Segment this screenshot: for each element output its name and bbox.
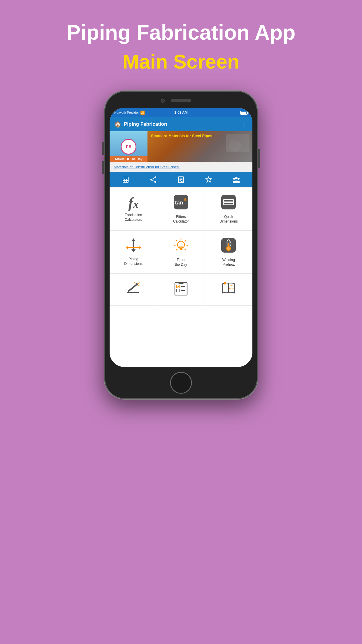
piping-dimensions-icon	[125, 238, 142, 254]
grid-cell-fitters-calculator[interactable]: tan θ FittersCalculator	[157, 187, 205, 230]
phone-camera	[161, 99, 165, 103]
grid-cell-tip-of-day[interactable]: Tip ofthe Day	[157, 230, 205, 274]
status-bar: Network Provider 📶 1:03 AM	[110, 108, 252, 117]
grid-cell-checklist[interactable]	[157, 274, 205, 306]
grid-cell-welding[interactable]	[110, 274, 157, 306]
svg-rect-3	[125, 179, 126, 180]
svg-rect-34	[133, 245, 134, 249]
tab-share[interactable]	[140, 172, 167, 187]
tab-calculator[interactable]	[112, 172, 140, 187]
tab-star[interactable]	[195, 172, 222, 187]
grid-cell-fabrication-calculators[interactable]: fx FabricationCalculators	[110, 187, 157, 230]
welding-preheat-label: WeldingPreheat	[222, 258, 235, 267]
svg-line-39	[185, 240, 186, 242]
fabrication-calculators-icon: fx	[128, 195, 138, 210]
svg-point-22	[233, 181, 235, 183]
quick-dimensions-icon	[220, 194, 237, 212]
tab-bar	[110, 172, 252, 187]
article-link[interactable]: Materials of Construction for Steel Pipe…	[114, 165, 180, 169]
grid-cell-piping-dimensions[interactable]: PipingDimensions	[110, 230, 157, 274]
tip-of-day-label: Tip ofthe Day	[175, 258, 187, 267]
svg-rect-46	[180, 248, 182, 249]
nav-title: Piping Fabrication	[124, 121, 167, 127]
network-provider: Network Provider	[114, 111, 139, 114]
svg-line-57	[129, 285, 136, 291]
grid-cell-reference[interactable]	[205, 274, 252, 306]
svg-line-60	[138, 283, 140, 284]
svg-marker-37	[139, 246, 141, 249]
svg-line-12	[152, 180, 154, 182]
page-subtitle: Main Screen	[66, 50, 295, 73]
grid-cell-quick-dimensions[interactable]: QuickDimensions	[205, 187, 252, 230]
phone-speaker	[171, 99, 191, 102]
quick-dimensions-label: QuickDimensions	[219, 215, 238, 224]
welding-preheat-icon	[220, 237, 237, 255]
svg-rect-5	[123, 181, 124, 182]
piping-dimensions-label: PipingDimensions	[124, 257, 143, 266]
svg-point-52	[227, 247, 230, 250]
svg-point-20	[238, 178, 240, 180]
svg-line-42	[176, 240, 177, 242]
more-icon[interactable]: ⋮	[241, 120, 248, 128]
svg-text:tan: tan	[175, 200, 183, 206]
svg-point-9	[150, 179, 152, 181]
welding-icon	[126, 281, 141, 297]
svg-rect-1	[123, 177, 128, 179]
svg-point-23	[238, 181, 240, 183]
tab-inbox[interactable]	[167, 172, 195, 187]
svg-point-45	[178, 241, 184, 248]
tip-of-day-icon	[173, 237, 189, 255]
svg-point-19	[233, 178, 235, 180]
fitters-calculator-label: FittersCalculator	[173, 215, 189, 224]
page-title-block: Piping Fabrication App Main Screen	[66, 20, 295, 73]
svg-point-10	[154, 181, 156, 183]
phone-shell: Network Provider 📶 1:03 AM 🏠 Piping Fabr…	[104, 90, 258, 400]
svg-rect-47	[180, 249, 182, 250]
fabrication-calculators-label: FabricationCalculators	[125, 213, 142, 222]
home-icon: 🏠	[114, 121, 122, 128]
tab-team[interactable]	[222, 172, 250, 187]
checklist-icon	[173, 281, 189, 297]
reference-icon	[221, 281, 236, 297]
fitters-calculator-icon: tan θ	[173, 194, 189, 212]
svg-line-62	[134, 282, 136, 283]
svg-point-18	[235, 177, 238, 179]
grid-cell-welding-preheat[interactable]: WeldingPreheat	[205, 230, 252, 274]
phone-home-button[interactable]	[170, 372, 192, 394]
svg-marker-17	[206, 177, 211, 182]
svg-line-61	[137, 285, 139, 286]
battery-icon	[240, 111, 248, 115]
svg-rect-13	[178, 177, 184, 183]
svg-line-44	[176, 249, 177, 250]
svg-line-41	[185, 249, 186, 250]
svg-marker-71	[224, 282, 226, 285]
svg-rect-67	[176, 289, 179, 292]
svg-line-11	[152, 178, 154, 179]
svg-point-8	[154, 176, 156, 178]
phone-screen: Network Provider 📶 1:03 AM 🏠 Piping Fabr…	[110, 108, 252, 367]
svg-text:θ: θ	[184, 197, 186, 202]
svg-marker-33	[131, 249, 136, 252]
svg-rect-2	[123, 179, 124, 180]
pe-badge: PE	[121, 139, 136, 155]
banner: PE Standard Materials for Steel Pipes Ar…	[110, 131, 252, 162]
app-grid: fx FabricationCalculators tan θ	[110, 187, 252, 306]
nav-bar: 🏠 Piping Fabrication ⋮	[110, 117, 252, 131]
svg-marker-35	[126, 246, 128, 249]
page-title-main: Piping Fabrication App	[66, 20, 295, 44]
banner-title: Standard Materials for Steel Pipes	[151, 134, 249, 138]
article-link-bar: Materials of Construction for Steel Pipe…	[110, 162, 252, 172]
svg-marker-31	[131, 238, 136, 241]
svg-rect-6	[125, 181, 126, 182]
status-time: 1:03 AM	[174, 111, 188, 115]
svg-rect-4	[127, 179, 128, 180]
svg-rect-69	[178, 282, 184, 284]
svg-line-59	[137, 282, 137, 283]
wifi-icon: 📶	[140, 111, 145, 115]
article-label: Article Of The Day	[110, 156, 147, 162]
svg-rect-7	[127, 181, 128, 182]
